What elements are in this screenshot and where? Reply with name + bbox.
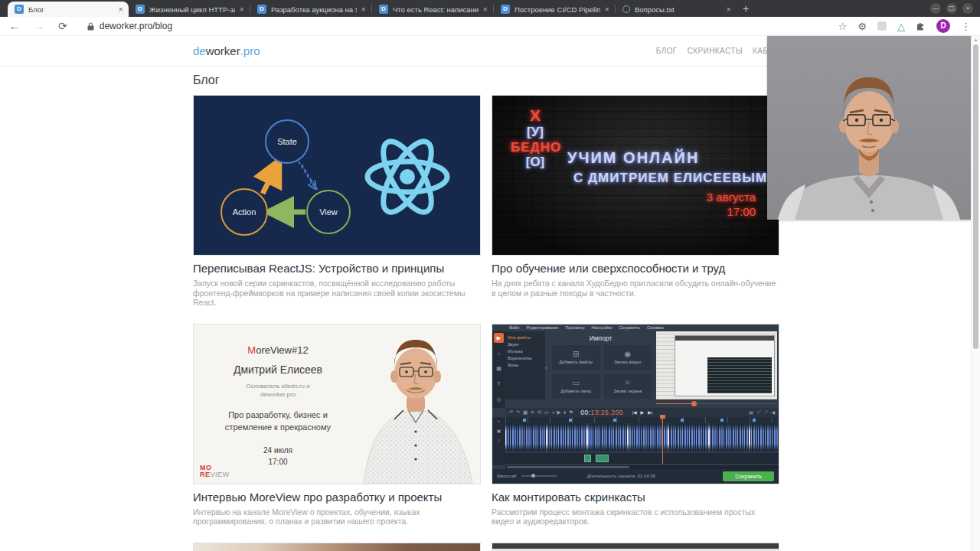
post-card-partial-left[interactable] <box>193 543 481 551</box>
new-tab-button[interactable]: + <box>743 2 749 15</box>
transitions-tab-icon: ▦ <box>494 364 504 373</box>
nav-item-blog[interactable]: БЛОГ <box>656 47 678 55</box>
redo-icon: ↷ <box>516 409 520 416</box>
post-thumbnail-neon-sign[interactable]: Х [У] БЕДНО [О] УЧИМ ОНЛАЙН С ДМИТРИЕМ Е… <box>492 95 779 256</box>
posts-grid: State Action View Переписывая ReactJS: У… <box>193 95 779 551</box>
presenter-video <box>767 36 971 220</box>
post-thumbnail-moreview[interactable]: MoreView#12 Дмитрий Елисеев Основатель e… <box>193 324 481 484</box>
neon-hudobedno-logo: Х [У] БЕДНО [О] <box>511 106 560 170</box>
post-thumbnail-ide[interactable] <box>492 543 779 551</box>
site-favicon: D <box>136 5 145 14</box>
screen-capture-tile: ⌗Захват экрана <box>604 373 652 399</box>
expand-icon: ⤢ <box>757 409 761 415</box>
timeline-marker <box>523 419 526 422</box>
address-bar[interactable]: deworker.pro/blog <box>87 21 172 31</box>
track-headers: + ▣ ♪ <box>492 417 505 465</box>
tab-bar: D Блог × D Жизненный цикл HTTP-запрос × … <box>0 0 980 17</box>
scrollbar-thumb[interactable] <box>973 44 978 349</box>
prev-frame-icon: |◀ <box>632 409 636 415</box>
post-description: Рассмотрим процесс монтажа скринкастов с… <box>492 507 776 527</box>
maximize-button[interactable]: ▢ <box>946 3 957 14</box>
tab-cicd-pipeline[interactable]: D Построение CI/CD Pipeline в Д × <box>494 2 615 17</box>
moreview-announcement-text: MoreView#12 Дмитрий Елисеев Основатель e… <box>194 324 362 468</box>
transport-controls: |◀ ▶ ▶| <box>632 409 652 415</box>
post-description: Интервью на канале MoreView о проектах, … <box>193 507 478 527</box>
post-title[interactable]: Как монтировать скринкасты <box>492 491 779 504</box>
post-thumbnail-video-editor[interactable]: ФайлРедактированиеПросмотрНастройкиСохра… <box>492 324 779 484</box>
cut-icon: ✕ <box>531 409 534 416</box>
profile-avatar[interactable]: D <box>936 19 950 33</box>
close-tab-icon[interactable]: × <box>605 5 609 14</box>
post-thumbnail-photo[interactable] <box>193 543 481 551</box>
fullscreen-icon: □ <box>765 409 768 415</box>
extension-gear-icon[interactable]: ⚙ <box>858 21 867 32</box>
triangle-extension-icon[interactable]: △ <box>897 21 905 32</box>
collapse-panel-icon: ‹ <box>545 364 547 371</box>
close-tab-icon[interactable]: × <box>483 5 488 14</box>
neon-date-time: 3 августа 17:00 <box>707 191 756 220</box>
page-scrollbar[interactable]: ▲ <box>971 36 980 551</box>
post-title[interactable]: Интервью MoreView про разработку и проек… <box>193 491 481 504</box>
tab-title: Построение CI/CD Pipeline в Д <box>514 5 600 14</box>
forward-icon[interactable]: → <box>34 20 44 32</box>
disabled-extension-icon[interactable] <box>877 21 887 31</box>
puzzle-extensions-icon[interactable] <box>916 21 926 31</box>
site-favicon: D <box>379 5 388 14</box>
tab-blog[interactable]: D Блог × <box>8 2 129 17</box>
tab-title: Блог <box>28 5 114 14</box>
svg-text:View: View <box>319 207 338 217</box>
speaker-icon: ◀ <box>771 409 775 415</box>
post-card-editing[interactable]: ФайлРедактированиеПросмотрНастройкиСохра… <box>492 324 779 527</box>
editor-menu-bar: ФайлРедактированиеПросмотрНастройкиСохра… <box>492 324 779 331</box>
tab-questions-txt[interactable]: Вопросы.txt × <box>616 2 737 17</box>
close-tab-icon[interactable]: × <box>240 5 244 14</box>
playhead <box>662 417 663 464</box>
tab-title: Что есть React: написание UI- <box>393 5 479 14</box>
bookmark-star-icon[interactable]: ☆ <box>838 21 848 32</box>
color-icon: ◑ <box>551 409 554 415</box>
zoom-label: Масштаб <box>497 474 517 478</box>
scrollbar-up-arrow[interactable]: ▲ <box>972 37 980 42</box>
post-title[interactable]: Про обучение или сверхспособности и труд <box>492 262 779 275</box>
tab-what-is-react[interactable]: D Что есть React: написание UI- × <box>372 2 493 17</box>
speed-icon: ▶ <box>557 409 561 416</box>
kebab-menu-icon[interactable]: ⋮ <box>961 21 971 32</box>
site-favicon: D <box>501 5 510 14</box>
post-card-moreview[interactable]: MoreView#12 Дмитрий Елисеев Основатель e… <box>193 324 481 527</box>
webcam-overlay <box>767 36 971 220</box>
minimize-button[interactable]: — <box>930 3 941 14</box>
back-icon[interactable]: ← <box>9 20 20 32</box>
close-tab-icon[interactable]: × <box>361 5 366 14</box>
post-card-reactjs[interactable]: State Action View Переписывая ReactJS: У… <box>193 95 481 308</box>
audio-track-icon: ♪ <box>498 438 500 442</box>
site-favicon: D <box>257 5 266 14</box>
rotate-icon: ⟲ <box>537 409 541 416</box>
lock-icon <box>87 22 94 31</box>
react-architecture-diagram: State Action View <box>194 96 480 255</box>
post-card-teaching[interactable]: Х [У] БЕДНО [О] УЧИМ ОНЛАЙН С ДМИТРИЕМ Е… <box>492 95 779 298</box>
video-track-icon: ▣ <box>497 428 501 433</box>
save-button: Сохранить <box>723 471 774 481</box>
editor-import-tiles: ⊞Добавить файлы ◉Запись видео ▭Добавить … <box>552 345 652 399</box>
site-logo[interactable]: deworker.pro <box>193 44 260 57</box>
post-title[interactable]: Переписывая ReactJS: Устройство и принци… <box>193 262 481 275</box>
timeline-marker <box>681 419 684 422</box>
tab-slim-auction[interactable]: D Разработка аукциона на Slim P × <box>250 2 371 17</box>
audio-waveform-track <box>505 423 779 452</box>
zoom-slider <box>521 475 557 477</box>
moreview-logo: MO REVIEW <box>200 465 230 479</box>
document-favicon <box>622 5 630 13</box>
grid-icon: ▤ <box>749 409 753 415</box>
crop-icon: ▭ <box>544 409 548 416</box>
close-tab-icon[interactable]: × <box>119 5 123 14</box>
tab-http-lifecycle[interactable]: D Жизненный цикл HTTP-запрос × <box>129 2 250 17</box>
close-window-button[interactable]: × <box>962 3 973 14</box>
url-text: deworker.pro/blog <box>100 21 172 31</box>
post-thumbnail-react-diagram[interactable]: State Action View <box>193 95 481 256</box>
tab-title: Жизненный цикл HTTP-запрос <box>149 5 235 14</box>
nav-item-screencasts[interactable]: СКРИНКАСТЫ <box>688 47 743 55</box>
close-tab-icon[interactable]: × <box>727 5 731 14</box>
post-card-partial-right[interactable] <box>492 543 779 551</box>
reload-icon[interactable]: ⟳ <box>58 20 67 32</box>
mic-icon: ♦ <box>564 409 566 415</box>
